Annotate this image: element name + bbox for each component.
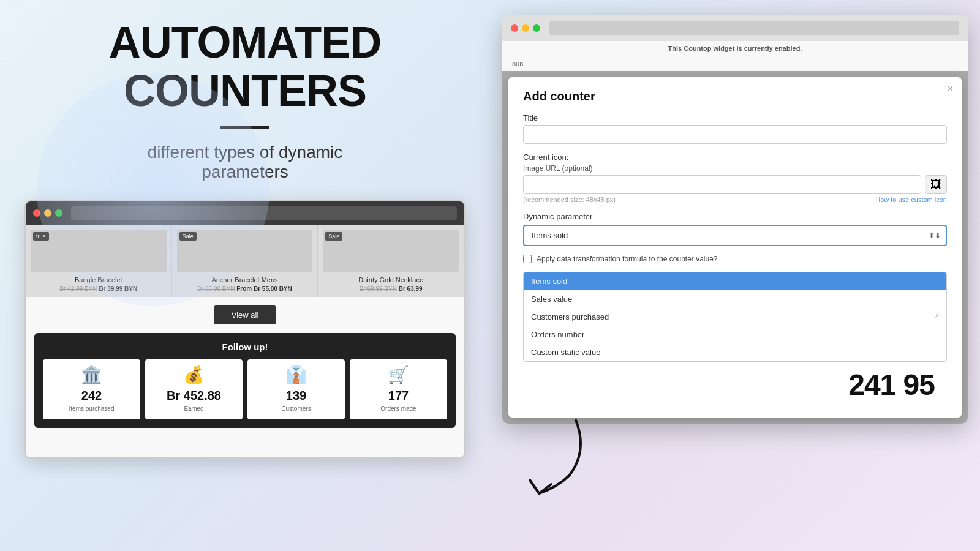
sale-badge: Sale <box>179 232 197 241</box>
product-name: Bangle Bracelet <box>31 276 167 283</box>
current-icon-label: Current icon: <box>523 152 947 162</box>
modal-overlay: × Add counter Title Current icon: Image … <box>502 71 968 424</box>
app-close-dot[interactable] <box>511 24 518 32</box>
app-maximize-dot[interactable] <box>533 24 540 32</box>
list-item: Sale Anchor Bracelet Mens Br 85,00 BYN F… <box>172 225 318 297</box>
arrow-svg <box>521 414 594 500</box>
counters-row: 🏛️ 242 Items purchased 💰 Br 452.88 Earne… <box>43 359 447 419</box>
counter-value: 242 <box>81 389 102 403</box>
counter-label: Items purchased <box>69 405 115 412</box>
page-title: AUTOMATED COUNTERS <box>109 18 381 115</box>
dropdown-item-sales-value[interactable]: Sales value <box>524 290 946 308</box>
counter-label-bar: oun <box>502 56 968 71</box>
dropdown-item-orders-number[interactable]: Orders number <box>524 326 946 343</box>
view-all-button[interactable]: View all <box>214 305 276 324</box>
product-price: Br 42,99 BYN Br 39,99 BYN <box>31 285 167 292</box>
image-url-input[interactable] <box>523 175 921 194</box>
dropdown-list: Items sold Sales value Customers purchas… <box>523 272 947 362</box>
app-addressbar <box>549 21 959 35</box>
param-select-wrapper: Items sold Sales value Customers purchas… <box>523 225 947 246</box>
modal-close-button[interactable]: × <box>948 83 953 94</box>
window-maximize-dot[interactable] <box>55 209 62 217</box>
image-hint-row: (recommended size: 48x48 px) How to use … <box>523 196 947 203</box>
product-image: true <box>31 230 167 272</box>
dropdown-item-customers-purchased[interactable]: Customers purchased ↗ <box>524 308 946 326</box>
title-field-label: Title <box>523 113 947 122</box>
earned-icon: 💰 <box>183 367 205 384</box>
title-form-group: Title <box>523 113 947 144</box>
transform-checkbox[interactable] <box>523 255 532 263</box>
counter-value: Br 452.88 <box>167 389 221 403</box>
dropdown-item-custom-static[interactable]: Custom static value <box>524 343 946 361</box>
dynamic-param-label: Dynamic parameter <box>523 212 947 221</box>
subtitle: different types of dynamic parameters <box>148 143 343 182</box>
checkbox-label: Apply data transformation formula to the… <box>537 255 718 263</box>
image-hint-text: (recommended size: 48x48 px) <box>523 196 616 203</box>
browser-addressbar <box>71 206 457 220</box>
sale-badge: true <box>33 232 49 241</box>
counter-card-earned: 💰 Br 452.88 Earned <box>145 359 243 419</box>
counter-label: Earned <box>184 405 203 412</box>
counter-label: Orders made <box>380 405 416 412</box>
current-icon-group: Current icon: Image URL (optional) 🖼 (re… <box>523 152 947 203</box>
product-name: Dainty Gold Necklace <box>323 276 459 283</box>
product-name: Anchor Bracelet Mens <box>177 276 313 283</box>
counter-card-items-purchased: 🏛️ 242 Items purchased <box>43 359 140 419</box>
arrow-decoration <box>521 414 594 502</box>
list-item: true Bangle Bracelet Br 42,99 BYN Br 39,… <box>26 225 172 297</box>
right-panel: This Countop widget is currently enabled… <box>490 0 980 551</box>
items-purchased-icon: 🏛️ <box>81 367 102 384</box>
counter-card-orders: 🛒 177 Orders made <box>350 359 447 419</box>
product-image: Sale <box>323 230 459 272</box>
counter-label: Customers <box>281 405 311 412</box>
image-url-label: Image URL (optional) <box>523 164 947 173</box>
image-picker-button[interactable]: 🖼 <box>925 175 947 194</box>
image-link[interactable]: How to use custom icon <box>875 196 947 203</box>
list-item: Sale Dainty Gold Necklace Br 69,99 BYN B… <box>318 225 464 297</box>
dropdown-item-items-sold[interactable]: Items sold <box>524 272 946 290</box>
window-close-dot[interactable] <box>33 209 40 217</box>
followup-title: Follow up! <box>43 342 447 352</box>
product-price: Br 85,00 BYN From Br 55,00 BYN <box>177 285 313 292</box>
counter-value: 139 <box>286 389 306 403</box>
dynamic-param-group: Dynamic parameter Items sold Sales value… <box>523 212 947 246</box>
browser-content: true Bangle Bracelet Br 42,99 BYN Br 39,… <box>26 225 464 457</box>
image-url-field-group: 🖼 <box>523 175 947 194</box>
counter-card-customers: 👔 139 Customers <box>247 359 345 419</box>
title-field-input[interactable] <box>523 125 947 144</box>
customers-icon: 👔 <box>285 367 307 384</box>
browser-window: true Bangle Bracelet Br 42,99 BYN Br 39,… <box>24 200 466 459</box>
window-minimize-dot[interactable] <box>44 209 51 217</box>
followup-section: Follow up! 🏛️ 242 Items purchased 💰 Br 4… <box>34 333 456 428</box>
app-minimize-dot[interactable] <box>522 24 529 32</box>
counter-value: 177 <box>388 389 409 403</box>
app-window: This Countop widget is currently enabled… <box>502 15 968 424</box>
view-all-section: View all <box>26 297 464 333</box>
orders-icon: 🛒 <box>388 367 409 384</box>
title-divider <box>221 126 270 129</box>
app-titlebar <box>502 15 968 41</box>
sale-badge: Sale <box>325 232 342 241</box>
products-row: true Bangle Bracelet Br 42,99 BYN Br 39,… <box>26 225 464 297</box>
checkbox-row: Apply data transformation formula to the… <box>523 255 947 263</box>
counter-number-display: 241 95 <box>523 362 947 405</box>
modal-title: Add counter <box>523 89 947 103</box>
app-subtitle-bar: This Countop widget is currently enabled… <box>502 41 968 56</box>
modal-dialog: × Add counter Title Current icon: Image … <box>508 77 962 418</box>
left-panel: AUTOMATED COUNTERS different types of dy… <box>0 0 490 551</box>
product-price: Br 69,99 BYN Br 63,99 <box>323 285 459 292</box>
product-image: Sale <box>177 230 313 272</box>
param-select[interactable]: Items sold Sales value Customers purchas… <box>523 225 947 246</box>
browser-titlebar <box>26 201 464 225</box>
